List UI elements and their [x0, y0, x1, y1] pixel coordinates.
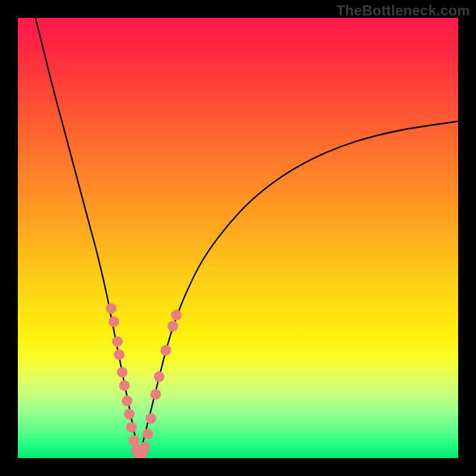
curve-layer — [18, 18, 458, 458]
data-point — [142, 428, 153, 439]
data-point — [122, 396, 133, 406]
data-point — [114, 349, 124, 360]
data-point — [112, 336, 123, 347]
chart-frame: TheBottleneck.com — [0, 0, 476, 476]
data-point — [139, 442, 150, 453]
data-point — [106, 303, 117, 314]
data-point — [161, 345, 171, 356]
data-point — [151, 389, 161, 400]
data-point — [119, 380, 130, 391]
watermark-text: TheBottleneck.com — [336, 2, 470, 19]
data-point — [167, 321, 178, 331]
data-point — [124, 409, 134, 419]
plot-area — [18, 18, 458, 458]
data-point — [117, 367, 127, 378]
curve-right-branch — [139, 121, 459, 456]
data-point — [108, 317, 119, 327]
data-point — [129, 435, 139, 446]
data-point — [145, 413, 156, 424]
data-point — [126, 422, 137, 433]
data-point — [171, 310, 181, 321]
data-point — [154, 371, 165, 382]
data-points-group — [106, 303, 182, 458]
